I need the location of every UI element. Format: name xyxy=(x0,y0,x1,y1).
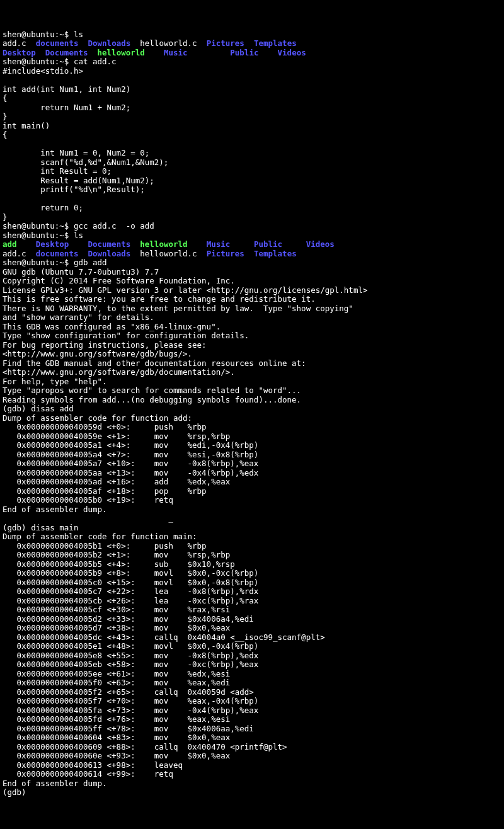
dir-templates: Templates xyxy=(254,249,297,258)
cursor-line: _ xyxy=(3,513,173,523)
disas-main-line: 0x00000000004005d7 <+38>: mov $0x0,%eax xyxy=(3,623,230,632)
disas-main-line: 0x00000000004005e8 <+55>: mov -0x8(%rbp)… xyxy=(3,651,258,660)
dir-documents: Documents xyxy=(88,239,130,249)
dir-documents: Documents xyxy=(45,48,88,57)
disas-main-line: 0x00000000004005ee <+61>: mov %edx,%esi xyxy=(3,669,230,678)
disas-add-line: 0x00000000004005a7 <+10>: mov -0x8(%rbp)… xyxy=(3,459,258,468)
command-gdb: gdb add xyxy=(74,258,107,267)
file-helloc: helloworld.c xyxy=(140,38,197,48)
disas-main-line: 0x00000000004005c0 <+15>: movl $0x0,-0x8… xyxy=(3,578,258,587)
disas-main-line: 0x0000000000400609 <+88>: callq 0x400470… xyxy=(3,742,287,752)
dir-music: Music xyxy=(164,48,188,57)
disas-add-line: 0x000000000040059d <+0>: push %rbp xyxy=(3,422,207,432)
shell-prompt: shen@ubuntu:~$ xyxy=(3,231,74,240)
gdb-prompt: (gdb) xyxy=(3,787,31,797)
command-ls2: ls xyxy=(74,231,83,240)
disas-main-line: 0x00000000004005f2 <+65>: callq 0x40059d… xyxy=(3,687,254,697)
dir-documents-lc: documents xyxy=(36,38,79,48)
gdb-prompt: (gdb) xyxy=(3,404,31,413)
file-helloc: helloworld.c xyxy=(140,249,197,258)
dir-videos: Videos xyxy=(278,48,306,57)
source-code: #include<stdio.h> int add(int Num1, int … xyxy=(3,66,168,222)
disas-main-line: 0x00000000004005f7 <+70>: mov %eax,-0x4(… xyxy=(3,696,258,706)
disas-main-line: 0x00000000004005c7 <+22>: lea -0x8(%rbp)… xyxy=(3,586,258,596)
exec-helloworld: helloworld xyxy=(98,48,145,57)
dir-desktop: Desktop xyxy=(3,48,36,57)
dir-public: Public xyxy=(254,239,282,249)
gdb-prompt: (gdb) xyxy=(3,523,31,532)
disas-main-line: 0x00000000004005b1 <+0>: push %rbp xyxy=(3,541,207,551)
disas-main-line: 0x0000000000400613 <+98>: leaveq xyxy=(3,760,183,770)
disas-add-line: 0x00000000004005a1 <+4>: mov %edi,-0x4(%… xyxy=(3,440,258,450)
disas-add-line: 0x000000000040059e <+1>: mov %rsp,%rbp xyxy=(3,432,230,441)
dir-desktop: Desktop xyxy=(36,239,69,249)
disas-main-line: 0x00000000004005fd <+76>: mov %eax,%esi xyxy=(3,714,230,724)
dir-templates: Templates xyxy=(254,38,297,48)
disas-add-header: Dump of assembler code for function add: xyxy=(3,413,192,423)
disas-main-line: 0x00000000004005b5 <+4>: sub $0x10,%rsp xyxy=(3,559,235,569)
disas-main-line: 0x000000000040060e <+93>: mov $0x0,%eax xyxy=(3,751,230,760)
disas-main-line: 0x0000000000400614 <+99>: retq xyxy=(3,769,173,779)
dir-downloads: Downloads xyxy=(88,249,131,258)
disas-main-line: 0x0000000000400604 <+83>: mov $0x0,%eax xyxy=(3,733,230,742)
shell-prompt: shen@ubuntu:~$ xyxy=(3,221,74,231)
disas-add-line: 0x00000000004005a4 <+7>: mov %esi,-0x8(%… xyxy=(3,450,258,459)
shell-prompt: shen@ubuntu:~$ xyxy=(3,30,74,39)
command-disas-add: disas add xyxy=(31,404,74,413)
disas-main-line: 0x00000000004005ff <+78>: mov $0x4006aa,… xyxy=(3,724,254,733)
file-addc: add.c xyxy=(3,249,26,258)
disas-main-line: 0x00000000004005dc <+43>: callq 0x4004a0… xyxy=(3,632,325,642)
disas-main-line: 0x00000000004005e1 <+48>: movl $0x0,-0x4… xyxy=(3,641,258,651)
shell-prompt: shen@ubuntu:~$ xyxy=(3,57,74,66)
terminal-output[interactable]: shen@ubuntu:~$ ls add.c documents Downlo… xyxy=(3,30,501,798)
command-cat: cat add.c xyxy=(74,57,117,66)
shell-prompt: shen@ubuntu:~$ xyxy=(3,258,74,267)
disas-main-line: 0x00000000004005b2 <+1>: mov %rsp,%rbp xyxy=(3,550,230,559)
disas-add-line: 0x00000000004005b0 <+19>: retq xyxy=(3,495,173,505)
file-addc: add.c xyxy=(3,38,26,48)
dir-documents-lc: documents xyxy=(36,249,79,258)
disas-main-line: 0x00000000004005cb <+26>: lea -0xc(%rbp)… xyxy=(3,596,258,605)
exec-helloworld: helloworld xyxy=(140,239,187,249)
dir-pictures: Pictures xyxy=(207,38,244,48)
dir-downloads: Downloads xyxy=(88,38,131,48)
disas-main-line: 0x00000000004005d2 <+33>: mov $0x4006a4,… xyxy=(3,614,254,624)
exec-add: add xyxy=(3,239,17,249)
end-dump: End of assembler dump. xyxy=(3,779,107,788)
end-dump: End of assembler dump. xyxy=(3,505,107,514)
disas-main-line: 0x00000000004005b9 <+8>: movl $0x0,-0xc(… xyxy=(3,568,258,578)
disas-main-line: 0x00000000004005f0 <+63>: mov %eax,%edi xyxy=(3,678,230,687)
gdb-banner: GNU gdb (Ubuntu 7.7-0ubuntu3) 7.7 Copyri… xyxy=(3,267,367,404)
command-gcc: gcc add.c -o add xyxy=(74,221,154,231)
disas-main-line: 0x00000000004005cf <+30>: mov %rax,%rsi xyxy=(3,605,230,614)
command-ls: ls xyxy=(74,30,83,39)
disas-add-line: 0x00000000004005aa <+13>: mov -0x4(%rbp)… xyxy=(3,468,258,477)
disas-main-line: 0x00000000004005eb <+58>: mov -0xc(%rbp)… xyxy=(3,660,258,669)
command-disas-main: disas main xyxy=(31,523,78,532)
disas-main-header: Dump of assembler code for function main… xyxy=(3,532,197,541)
disas-add-line: 0x00000000004005ad <+16>: add %edx,%eax xyxy=(3,477,230,486)
dir-pictures: Pictures xyxy=(207,249,244,258)
dir-videos: Videos xyxy=(306,239,335,249)
disas-add-line: 0x00000000004005af <+18>: pop %rbp xyxy=(3,486,207,496)
disas-main-line: 0x00000000004005fa <+73>: mov -0x4(%rbp)… xyxy=(3,706,258,715)
dir-public: Public xyxy=(230,48,258,57)
dir-music: Music xyxy=(207,239,231,249)
